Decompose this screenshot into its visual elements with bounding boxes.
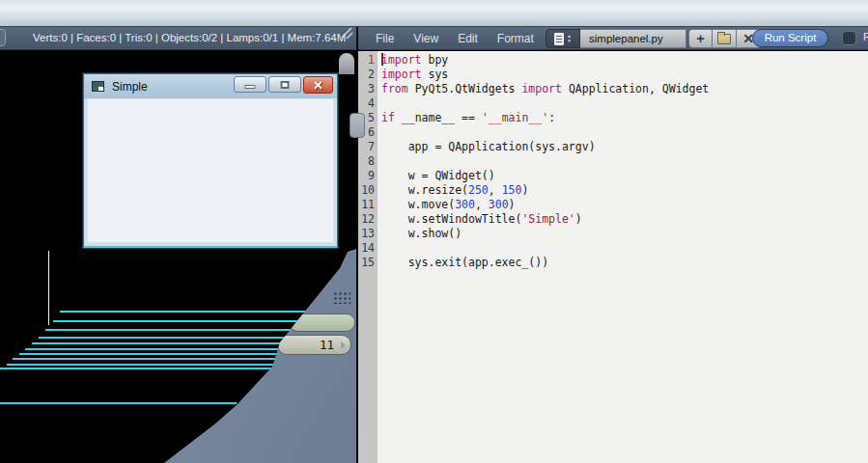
code-text: [378, 125, 381, 140]
text-editor-area[interactable]: 1import bpy2import sys3from PyQt5.QtWidg…: [358, 51, 868, 463]
glitched-number-field[interactable]: 11: [277, 335, 351, 355]
window-titlebar[interactable]: Simple ✕: [84, 74, 337, 98]
code-text: from PyQt5.QtWidgets import QApplication…: [378, 82, 709, 96]
code-line: 14: [358, 241, 868, 256]
glitch-cyan-line: [39, 337, 298, 339]
line-number: 11: [358, 198, 378, 212]
code-text: sys.exit(app.exec_()): [378, 256, 548, 270]
text-datablock-widget: ▲▼ simplepanel.py + ✕: [546, 29, 761, 48]
window-top-strip: [0, 0, 868, 27]
line-number: 6: [358, 125, 378, 140]
code-line: 2import sys: [358, 68, 868, 82]
glitched-button[interactable]: [289, 313, 355, 332]
line-number: 14: [358, 241, 378, 256]
maximize-button[interactable]: [268, 76, 301, 93]
glitch-cyan-line: [13, 358, 281, 360]
code-line: 13 w.show(): [358, 227, 868, 241]
code-text: app = QApplication(sys.argv): [378, 140, 596, 154]
line-number: 12: [358, 212, 378, 227]
line-number: 3: [358, 82, 378, 96]
code-text: w = QWidget(): [378, 169, 495, 183]
close-icon: ✕: [304, 77, 332, 93]
text-editor-header: FileViewEditFormat ▲▼ simplepanel.py + ✕…: [358, 27, 868, 50]
menu-view[interactable]: View: [413, 32, 438, 45]
minimize-button[interactable]: [234, 76, 266, 93]
code-line: 1import bpy: [358, 53, 868, 68]
code-text: [378, 154, 381, 169]
line-number: 7: [358, 140, 378, 154]
glitch-dome-shape: [339, 53, 354, 74]
code-content[interactable]: 1import bpy2import sys3from PyQt5.QtWidg…: [358, 53, 868, 270]
text-file-icon: [554, 33, 564, 45]
code-text: w.move(300, 300): [378, 198, 516, 212]
line-number: 8: [358, 154, 378, 169]
register-checkbox[interactable]: [842, 31, 856, 45]
maximize-icon: [281, 81, 290, 89]
code-line: 3from PyQt5.QtWidgets import QApplicatio…: [358, 82, 868, 96]
code-text: w.setWindowTitle('Simple'): [378, 212, 582, 227]
open-text-button[interactable]: [713, 29, 737, 48]
area-corner-resize-icon[interactable]: [338, 27, 353, 41]
line-number: 13: [358, 227, 378, 241]
qt-simple-window[interactable]: Simple ✕: [83, 73, 338, 248]
line-number: 5: [358, 111, 378, 125]
code-line: 6: [358, 125, 868, 140]
code-text: [378, 241, 381, 256]
menu-format[interactable]: Format: [497, 32, 534, 45]
browse-arrows-icon: ▲▼: [567, 34, 572, 43]
menu-edit[interactable]: Edit: [458, 32, 478, 45]
new-text-button[interactable]: +: [688, 29, 713, 48]
header-edge-button[interactable]: [0, 29, 6, 46]
code-text: import sys: [378, 68, 448, 82]
glitch-cyan-line: [0, 368, 273, 369]
glitch-cyan-line: [25, 348, 289, 350]
code-line: 8: [358, 154, 868, 169]
window-client-area: [87, 98, 334, 243]
viewport-header: Verts:0 | Faces:0 | Tris:0 | Objects:0/2…: [0, 27, 356, 50]
3d-viewport[interactable]: 11 Simple ✕: [0, 51, 356, 463]
code-line: 7 app = QApplication(sys.argv): [358, 140, 868, 154]
minimize-icon: [245, 85, 256, 89]
glitch-cyan-line: [32, 342, 294, 344]
code-text: w.resize(250, 150): [378, 183, 528, 198]
line-number: 10: [358, 183, 378, 198]
code-text: if __name__ == '__main__':: [378, 111, 555, 125]
line-number: 4: [358, 96, 378, 111]
code-text: import bpy: [378, 53, 448, 68]
window-title: Simple: [112, 80, 148, 94]
slider-arrow-icon: [341, 341, 346, 349]
line-number: 1: [358, 53, 378, 68]
line-number: 15: [358, 256, 378, 270]
code-line: 12 w.setWindowTitle('Simple'): [358, 212, 868, 227]
scene-stats-text: Verts:0 | Faces:0 | Tris:0 | Objects:0/2…: [33, 27, 346, 49]
code-line: 10 w.resize(250, 150): [358, 183, 868, 198]
run-script-button[interactable]: Run Script: [752, 29, 828, 47]
glitch-white-line: [48, 251, 49, 325]
code-line: 11 w.move(300, 300): [358, 198, 868, 212]
code-line: 4: [358, 96, 868, 111]
panel-grip-dots-icon: [333, 291, 350, 304]
close-button[interactable]: ✕: [303, 76, 333, 94]
code-text: w.show(): [378, 227, 462, 241]
glitch-cyan-line: [45, 329, 304, 331]
glitch-cyan-line: [60, 311, 317, 313]
register-label: R: [863, 31, 868, 42]
line-number: 9: [358, 169, 378, 183]
code-line: 15 sys.exit(app.exec_()): [358, 256, 868, 270]
code-line: 9 w = QWidget(): [358, 169, 868, 183]
number-field-value: 11: [320, 338, 334, 352]
glitch-cyan-line: [19, 353, 285, 355]
editor-menubar: FileViewEditFormat: [376, 27, 534, 49]
glitch-cyan-line: [0, 402, 237, 404]
datablock-browse-button[interactable]: ▲▼: [546, 29, 580, 48]
menu-file[interactable]: File: [376, 32, 394, 45]
open-folder-icon: [717, 34, 731, 44]
glitch-cyan-line: [53, 320, 310, 322]
blender-application-window: Verts:0 | Faces:0 | Tris:0 | Objects:0/2…: [0, 0, 868, 463]
code-line: 5if __name__ == '__main__':: [358, 111, 868, 125]
line-number: 2: [358, 68, 378, 82]
code-text: [378, 96, 381, 111]
glitch-cyan-line: [7, 364, 277, 366]
filename-field[interactable]: simplepanel.py: [580, 29, 686, 48]
app-window-icon: [92, 81, 104, 92]
